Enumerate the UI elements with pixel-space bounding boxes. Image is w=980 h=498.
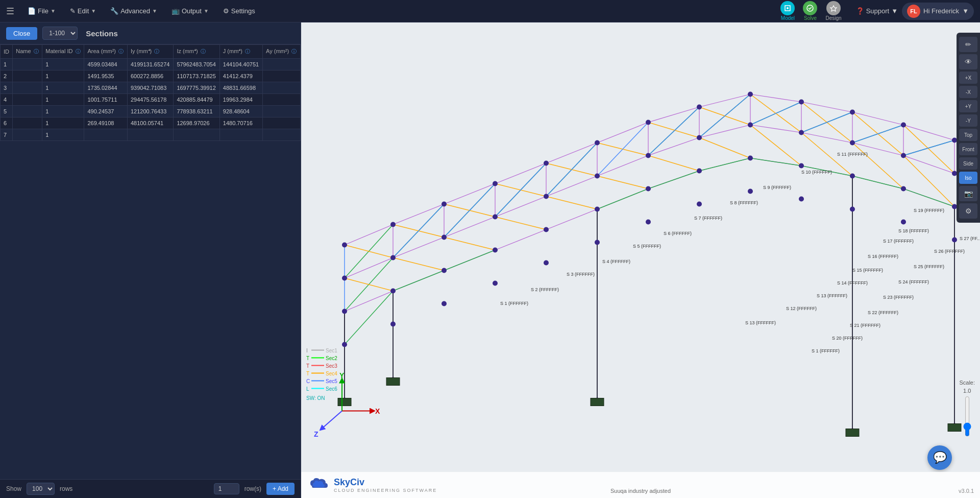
col-name: Name ⓘ [13, 45, 42, 59]
table-row[interactable]: 5 1 490.24537 121200.76433 778938.63211 … [1, 106, 301, 117]
svg-text:C: C [306, 378, 310, 384]
svg-text:S 20 (FFFFFF): S 20 (FFFFFF) [832, 336, 863, 341]
cell-area: 1491.9535 [84, 70, 128, 82]
svg-text:T: T [306, 363, 309, 369]
minus-x-view-button[interactable]: -X [959, 86, 977, 98]
cell-name [13, 70, 42, 82]
advanced-menu[interactable]: 🔧 Advanced ▼ [105, 5, 162, 17]
table-row[interactable]: 3 1 1735.02844 939042.71083 1697775.3991… [1, 82, 301, 94]
solve-mode[interactable]: Solve [803, 1, 817, 21]
status-label: Suuqa industry adjusted [610, 488, 671, 494]
version-label: v3.0.1 [959, 488, 974, 494]
svg-text:S 4 (FFFFFF): S 4 (FFFFFF) [602, 259, 630, 264]
cell-j: 41412.4379 [219, 70, 262, 82]
svg-point-159 [595, 240, 600, 245]
table-row[interactable]: 2 1 1491.9535 600272.8856 1107173.71825 … [1, 70, 301, 82]
chat-button[interactable]: 💬 [927, 445, 952, 470]
close-button[interactable]: Close [6, 27, 37, 40]
cell-ay [263, 59, 301, 70]
cell-j: 928.48604 [219, 106, 262, 117]
output-icon: 📺 [172, 7, 180, 15]
viewport-settings-button[interactable]: ⚙ [959, 203, 977, 219]
svg-line-4 [393, 204, 444, 225]
svg-text:X: X [375, 407, 380, 415]
minus-y-view-button[interactable]: -Y [959, 114, 977, 127]
svg-text:T: T [306, 355, 309, 361]
cell-id: 5 [1, 106, 13, 117]
svg-point-146 [595, 207, 600, 212]
model-label: Model [781, 15, 795, 21]
top-view-button[interactable]: Top [959, 129, 977, 141]
svg-point-142 [390, 289, 396, 294]
svg-line-72 [903, 189, 954, 207]
svg-line-179 [322, 411, 342, 429]
table-row[interactable]: 6 1 269.49108 48100.05741 12698.97026 14… [1, 117, 301, 129]
hamburger-menu[interactable]: ☰ [6, 6, 14, 17]
add-row-button[interactable]: + Add [266, 483, 295, 495]
cell-material: 1 [42, 106, 84, 117]
edit-menu[interactable]: ✎ Edit ▼ [65, 5, 101, 17]
plus-x-view-button[interactable]: +X [959, 72, 977, 84]
svg-line-19 [546, 176, 597, 197]
svg-rect-174 [591, 398, 604, 406]
svg-text:S 1 (FFFFFF): S 1 (FFFFFF) [812, 348, 840, 353]
svg-point-154 [342, 342, 347, 347]
cell-ay [263, 106, 301, 117]
screenshot-button[interactable]: 📷 [959, 186, 977, 201]
svg-line-105 [801, 112, 852, 133]
iso-view-button[interactable]: Iso [959, 172, 977, 184]
edit-label: Edit [78, 7, 89, 15]
user-menu[interactable]: FL Hi Frederick ▼ [902, 3, 974, 20]
front-view-button[interactable]: Front [959, 143, 977, 155]
output-label: Output [182, 7, 202, 15]
visibility-tool-button[interactable]: 👁 [959, 54, 977, 69]
table-row[interactable]: 4 1 1001.75711 294475.56178 420885.84479… [1, 94, 301, 106]
svg-text:Sec2: Sec2 [326, 355, 337, 361]
side-view-button[interactable]: Side [959, 157, 977, 170]
svg-point-165 [901, 220, 906, 225]
skyciv-tagline: CLOUD ENGINEERING SOFTWARE [334, 488, 437, 493]
range-select[interactable]: 1-100 [42, 27, 78, 40]
sections-table-container[interactable]: ID Name ⓘ Material ID ⓘ Area (mm²) ⓘ Iy … [0, 44, 301, 479]
svg-text:S 13 (FFFFFF): S 13 (FFFFFF) [817, 293, 847, 298]
cell-area [84, 129, 128, 141]
cell-area: 1735.02844 [84, 82, 128, 94]
svg-text:S 27 (FF...: S 27 (FF... [960, 236, 980, 241]
svg-point-164 [850, 207, 855, 212]
output-menu[interactable]: 📺 Output ▼ [166, 5, 214, 17]
file-menu[interactable]: 📄 File ▼ [22, 5, 61, 17]
support-menu[interactable]: ❓ Support ▼ [856, 7, 898, 15]
3d-viewport[interactable]: X Y Z S 11 (FFFFFF) S 10 (FFFFFF) S 9 (F… [301, 22, 980, 498]
svg-point-135 [697, 135, 702, 140]
cell-iy: 939042.71083 [127, 82, 173, 94]
table-row[interactable]: 1 1 4599.03484 4199131.65274 57962483.70… [1, 59, 301, 70]
scale-value-label: 1.0 [963, 388, 971, 394]
svg-line-104 [750, 102, 801, 125]
cell-iy [127, 129, 173, 141]
cell-j: 19963.2984 [219, 94, 262, 106]
svg-rect-175 [846, 429, 859, 437]
svg-point-137 [799, 130, 804, 135]
settings-menu[interactable]: ⚙ Settings [218, 5, 260, 17]
svg-point-124 [799, 100, 804, 105]
svg-text:S 14 (FFFFFF): S 14 (FFFFFF) [837, 280, 868, 286]
svg-text:S 2 (FFFFFF): S 2 (FFFFFF) [531, 287, 559, 292]
model-mode[interactable]: Model [780, 1, 795, 21]
svg-point-129 [390, 255, 396, 260]
table-row[interactable]: 7 1 [1, 129, 301, 141]
cell-id: 6 [1, 117, 13, 129]
pencil-tool-button[interactable]: ✏ [959, 37, 977, 52]
design-mode[interactable]: Design [825, 1, 841, 21]
svg-line-106 [852, 125, 903, 143]
user-avatar: FL [907, 5, 920, 18]
sections-panel: Close 1-100 Sections ID Name ⓘ Material … [0, 22, 301, 498]
row-number-input[interactable] [214, 483, 239, 494]
svg-line-84 [345, 245, 393, 258]
scale-slider[interactable] [962, 396, 972, 437]
rows-per-page-select[interactable]: 100 50 25 [27, 483, 55, 495]
svg-line-64 [393, 271, 444, 291]
svg-point-136 [748, 123, 753, 128]
cell-j: 1480.70716 [219, 117, 262, 129]
plus-y-view-button[interactable]: +Y [959, 100, 977, 112]
svg-point-123 [748, 92, 753, 97]
